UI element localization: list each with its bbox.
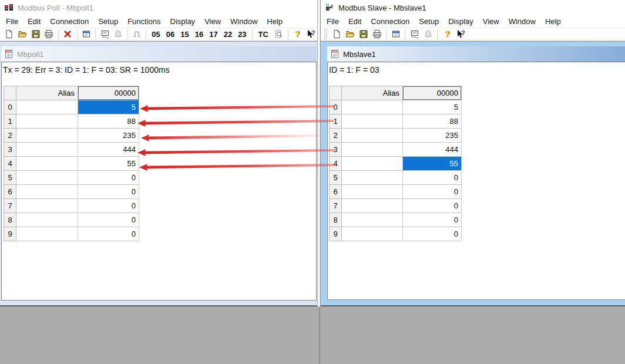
print-button[interactable] [370,28,384,40]
value-cell[interactable]: 0 [403,185,462,199]
zoom-document-button[interactable] [272,28,285,40]
row-index-cell[interactable]: 1 [4,114,16,129]
disconnect-button[interactable] [61,28,75,40]
alias-cell[interactable] [16,143,78,157]
corner-header[interactable] [330,86,342,100]
alias-cell[interactable] [16,199,78,213]
row-index-cell[interactable]: 8 [4,213,16,227]
row-index-cell[interactable]: 2 [4,129,16,143]
mbslave1-titlebar[interactable]: DOC Mbslave1 [327,46,625,62]
row-index-cell[interactable]: 3 [4,143,16,157]
alias-cell[interactable] [16,227,78,241]
value-column-header[interactable]: 00000 [403,86,462,100]
function-05-button[interactable]: 05 [149,30,163,39]
context-help-button[interactable]: ? [453,28,467,40]
menu-window[interactable]: Window [504,16,540,27]
menu-functions[interactable]: Functions [123,16,165,27]
value-cell[interactable]: 88 [78,114,139,129]
row-index-cell[interactable]: 4 [4,157,16,171]
function-16-button[interactable]: 16 [192,30,206,39]
row-index-cell[interactable]: 0 [4,100,16,114]
menu-help[interactable]: Help [540,16,566,27]
menu-connection[interactable]: Connection [45,16,93,27]
help-button[interactable]: ?? [291,28,304,40]
value-cell[interactable]: 444 [78,143,139,157]
row-index-cell[interactable]: 9 [4,227,16,241]
row-index-cell[interactable]: 4 [330,157,342,171]
value-cell[interactable]: 88 [403,114,462,129]
row-index-cell[interactable]: 3 [330,143,342,157]
value-cell[interactable]: 0 [403,227,462,241]
alias-cell[interactable] [342,171,403,185]
value-cell[interactable]: 0 [78,171,139,185]
alias-cell[interactable] [16,171,78,185]
row-index-cell[interactable]: 6 [4,185,16,199]
alias-cell[interactable] [16,129,78,143]
menu-view[interactable]: View [200,16,226,27]
toolbar-gripper[interactable] [324,29,327,39]
menu-display[interactable]: Display [443,16,478,27]
value-cell[interactable]: 55 [78,157,139,171]
value-cell[interactable]: 5 [403,100,462,114]
alias-cell[interactable] [342,227,403,241]
value-column-header[interactable]: 00000 [78,86,139,100]
row-index-cell[interactable]: 8 [330,213,342,227]
read-write-definition-button[interactable] [80,28,93,40]
menu-file[interactable]: File [322,16,344,27]
row-index-cell[interactable]: 5 [330,171,342,185]
alias-column-header[interactable]: Alias [16,86,78,100]
value-cell[interactable]: 0 [403,171,462,185]
value-cell[interactable]: 0 [78,227,139,241]
alias-cell[interactable] [342,213,403,227]
help-button[interactable]: ?? [440,28,453,40]
alias-cell[interactable] [16,157,78,171]
row-index-cell[interactable]: 0 [330,100,342,114]
slave-definition-button[interactable] [389,28,402,40]
context-help-button[interactable]: ? [304,28,317,40]
value-cell[interactable]: 444 [403,143,462,157]
value-cell[interactable]: 235 [78,129,139,143]
alarm-button[interactable] [421,28,435,40]
value-cell[interactable]: 0 [78,213,139,227]
pulse-button[interactable] [130,28,144,40]
open-button[interactable] [343,28,357,40]
menu-connection[interactable]: Connection [366,16,414,27]
poll-window-titlebar[interactable]: Modbus Poll - Mbpoll1 [0,0,317,15]
menu-display[interactable]: Display [166,16,200,27]
corner-header[interactable] [4,86,16,100]
alias-cell[interactable] [342,157,403,171]
menu-edit[interactable]: Edit [23,16,45,27]
alias-cell[interactable] [16,100,78,114]
menu-edit[interactable]: Edit [344,16,366,27]
save-button[interactable] [357,28,370,40]
function-15-button[interactable]: 15 [177,30,191,39]
new-button[interactable] [330,28,343,40]
menu-file[interactable]: File [1,16,23,27]
value-cell[interactable]: 55 [403,157,462,171]
function-06-button[interactable]: 06 [163,30,177,39]
alias-cell[interactable] [342,185,403,199]
alias-cell[interactable] [342,114,403,129]
value-cell[interactable]: 235 [403,129,462,143]
open-button[interactable] [16,28,29,40]
value-cell[interactable]: 5 [78,100,139,114]
communication-traffic-button[interactable] [408,28,421,40]
save-button[interactable] [29,28,42,40]
function-17-button[interactable]: 17 [206,30,220,39]
alias-cell[interactable] [342,100,403,114]
slave-window-titlebar[interactable]: Modbus Slave - Mbslave1 [321,0,625,15]
alias-cell[interactable] [16,185,78,199]
test-center-button[interactable]: TC [255,30,272,39]
menu-window[interactable]: Window [226,16,262,27]
mbpoll1-titlebar[interactable]: DOC Mbpoll1 [1,46,317,62]
value-cell[interactable]: 0 [403,199,462,213]
function-22-button[interactable]: 22 [221,30,235,39]
alias-cell[interactable] [342,129,403,143]
row-index-cell[interactable]: 7 [330,199,342,213]
communication-traffic-button[interactable] [98,28,112,40]
alarm-button[interactable] [112,28,125,40]
alias-cell[interactable] [16,114,78,129]
row-index-cell[interactable]: 6 [330,185,342,199]
menu-view[interactable]: View [478,16,504,27]
function-23-button[interactable]: 23 [235,30,249,39]
